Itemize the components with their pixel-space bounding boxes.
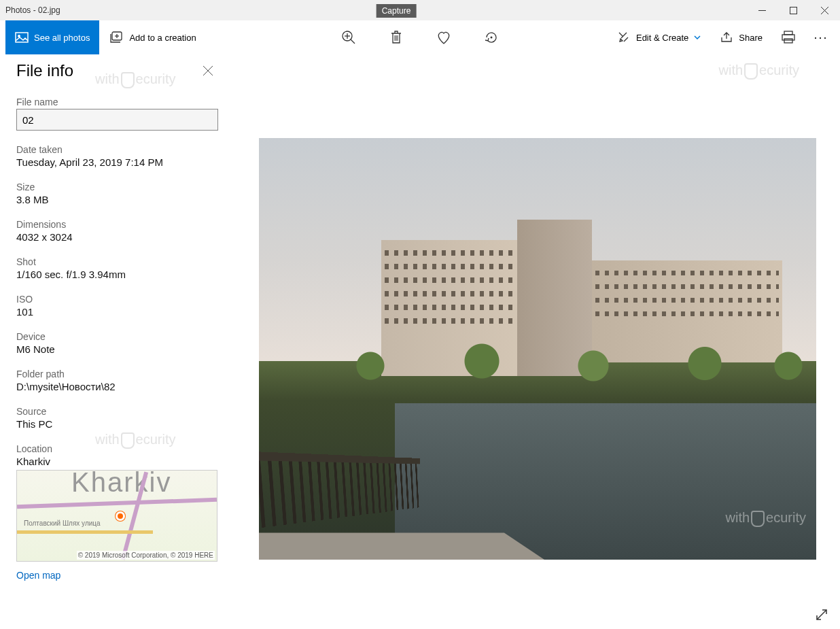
ellipsis-icon: ··· bbox=[813, 31, 828, 45]
add-creation-icon bbox=[109, 31, 122, 44]
svg-line-10 bbox=[351, 39, 355, 44]
add-to-creation-button[interactable]: Add to a creation bbox=[99, 20, 205, 54]
svg-rect-4 bbox=[16, 33, 28, 42]
folder-path-value: D:\mysite\Новости\82 bbox=[16, 381, 218, 392]
window-controls bbox=[746, 0, 840, 20]
photo-icon bbox=[15, 32, 29, 43]
map-pin-icon bbox=[116, 511, 125, 521]
toolbar-center: Capture bbox=[335, 20, 505, 54]
more-button[interactable]: ··· bbox=[807, 20, 835, 54]
device-value: M6 Note bbox=[16, 343, 218, 355]
favorite-button[interactable] bbox=[430, 20, 457, 54]
dimensions-value: 4032 x 3024 bbox=[16, 231, 218, 243]
svg-rect-19 bbox=[784, 39, 792, 43]
rotate-button[interactable] bbox=[478, 20, 505, 54]
toolbar-right: Edit & Create Share ··· bbox=[610, 20, 835, 54]
fullscreen-button[interactable] bbox=[816, 609, 828, 621]
close-panel-button[interactable] bbox=[198, 63, 218, 78]
file-info-panel: File info File name Date taken Tuesday, … bbox=[0, 54, 234, 629]
location-value: Kharkiv bbox=[16, 456, 218, 467]
svg-rect-1 bbox=[790, 7, 797, 14]
dimensions-label: Dimensions bbox=[16, 219, 218, 230]
main-area: File info File name Date taken Tuesday, … bbox=[0, 54, 840, 629]
add-creation-label: Add to a creation bbox=[129, 33, 196, 43]
heart-icon bbox=[436, 30, 452, 45]
size-value: 3.8 MB bbox=[16, 194, 218, 205]
folder-path-label: Folder path bbox=[16, 369, 218, 379]
trash-icon bbox=[389, 30, 403, 45]
source-label: Source bbox=[16, 406, 218, 417]
svg-point-5 bbox=[18, 35, 20, 37]
chevron-down-icon bbox=[694, 35, 701, 39]
map-credit: © 2019 Microsoft Corporation, © 2019 HER… bbox=[77, 551, 215, 560]
source-value: This PC bbox=[16, 418, 218, 430]
see-all-label: See all photos bbox=[34, 33, 90, 43]
toolbar: See all photos Add to a creation Capture… bbox=[0, 20, 840, 54]
minimize-button[interactable] bbox=[746, 0, 777, 20]
share-label: Share bbox=[739, 33, 763, 43]
print-button[interactable] bbox=[775, 20, 802, 54]
shot-value: 1/160 sec. f/1.9 3.94mm bbox=[16, 269, 218, 280]
share-icon bbox=[720, 31, 733, 44]
location-map[interactable]: Kharkiv Полтавский Шлях улица © 2019 Mic… bbox=[16, 470, 217, 562]
size-label: Size bbox=[16, 182, 218, 192]
shot-label: Shot bbox=[16, 256, 218, 267]
expand-icon bbox=[816, 609, 828, 621]
open-map-link[interactable]: Open map bbox=[16, 570, 60, 581]
date-taken-value: Tuesday, April 23, 2019 7:14 PM bbox=[16, 156, 218, 168]
rotate-icon bbox=[484, 30, 499, 45]
map-city-label: Kharkiv bbox=[71, 470, 171, 498]
close-icon bbox=[203, 66, 213, 75]
svg-line-22 bbox=[817, 610, 826, 619]
close-button[interactable] bbox=[809, 0, 840, 20]
see-all-photos-button[interactable]: See all photos bbox=[5, 20, 99, 54]
photo-viewer bbox=[234, 54, 840, 629]
watermark: withecurity bbox=[719, 63, 799, 80]
panel-title: File info bbox=[16, 61, 73, 80]
iso-label: ISO bbox=[16, 294, 218, 305]
watermark: withecurity bbox=[726, 510, 806, 527]
svg-rect-17 bbox=[784, 31, 792, 35]
zoom-icon bbox=[341, 30, 356, 45]
print-icon bbox=[781, 31, 796, 44]
svg-point-16 bbox=[491, 37, 493, 39]
delete-tooltip: Capture bbox=[377, 4, 417, 18]
edit-create-button[interactable]: Edit & Create bbox=[610, 20, 707, 54]
date-taken-label: Date taken bbox=[16, 144, 218, 155]
window-titlebar: Photos - 02.jpg bbox=[0, 0, 840, 20]
maximize-button[interactable] bbox=[777, 0, 809, 20]
delete-button[interactable]: Capture bbox=[383, 20, 410, 54]
device-label: Device bbox=[16, 331, 218, 342]
share-button[interactable]: Share bbox=[713, 20, 769, 54]
edit-icon bbox=[617, 31, 631, 44]
edit-create-label: Edit & Create bbox=[636, 33, 688, 43]
watermark: withecurity bbox=[95, 71, 175, 88]
iso-value: 101 bbox=[16, 306, 218, 318]
zoom-button[interactable] bbox=[335, 20, 362, 54]
filename-input[interactable] bbox=[16, 109, 218, 131]
filename-label: File name bbox=[16, 97, 218, 107]
photo-image[interactable] bbox=[259, 138, 816, 560]
watermark: withecurity bbox=[95, 432, 175, 449]
map-street-label: Полтавский Шлях улица bbox=[24, 520, 101, 527]
